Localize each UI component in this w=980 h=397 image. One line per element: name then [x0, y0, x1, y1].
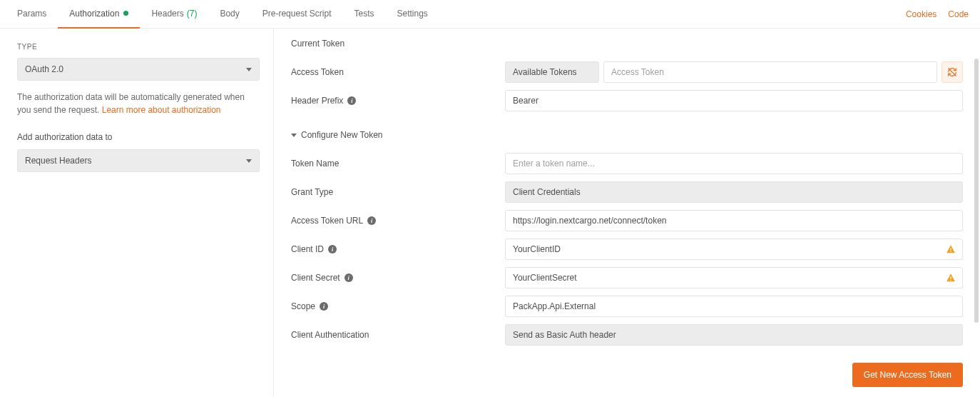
- scope-input[interactable]: [505, 296, 963, 317]
- add-to-value: Request Headers: [25, 156, 91, 166]
- info-icon[interactable]: i: [347, 96, 356, 105]
- grant-type-value: Client Credentials: [513, 187, 581, 197]
- tab-authorization-label: Authorization: [69, 9, 119, 19]
- refresh-token-button[interactable]: [941, 61, 963, 83]
- tab-headers-count: (7): [187, 9, 198, 19]
- access-token-input[interactable]: [603, 61, 937, 83]
- available-tokens-value: Available Tokens: [513, 67, 577, 77]
- client-secret-label-text: Client Secret: [291, 273, 340, 283]
- configure-token-title[interactable]: Configure New Token: [291, 130, 963, 140]
- tab-tests[interactable]: Tests: [342, 0, 385, 29]
- scope-label-text: Scope: [291, 301, 315, 311]
- scope-label: Scope i: [291, 301, 505, 311]
- grant-type-select[interactable]: Client Credentials: [505, 181, 963, 203]
- svg-rect-3: [950, 276, 951, 279]
- client-id-label: Client ID i: [291, 244, 505, 254]
- header-prefix-input[interactable]: [505, 90, 963, 111]
- token-name-row: Token Name: [291, 153, 963, 174]
- client-auth-value: Send as Basic Auth header: [513, 330, 616, 340]
- available-tokens-select[interactable]: Available Tokens: [505, 61, 599, 83]
- grant-type-label: Grant Type: [291, 187, 505, 197]
- chevron-down-icon: [246, 159, 252, 163]
- get-new-access-token-button[interactable]: Get New Access Token: [852, 363, 963, 387]
- tab-headers[interactable]: Headers (7): [140, 0, 208, 29]
- chevron-down-icon: [246, 68, 252, 71]
- client-secret-row: Client Secret i: [291, 267, 963, 288]
- client-secret-input[interactable]: [505, 267, 963, 288]
- request-tabs: Params Authorization Headers (7) Body Pr…: [0, 0, 980, 29]
- client-id-row: Client ID i: [291, 238, 963, 260]
- tab-authorization[interactable]: Authorization: [58, 0, 140, 29]
- client-id-label-text: Client ID: [291, 244, 324, 254]
- info-icon[interactable]: i: [344, 273, 353, 282]
- tab-prerequest[interactable]: Pre-request Script: [251, 0, 343, 29]
- tab-params[interactable]: Params: [6, 0, 58, 29]
- tab-headers-label: Headers: [151, 9, 183, 19]
- tab-body[interactable]: Body: [208, 0, 250, 29]
- auth-main: Current Token Access Token Available Tok…: [274, 29, 980, 397]
- configure-token-label: Configure New Token: [301, 130, 383, 140]
- info-icon[interactable]: i: [328, 245, 337, 253]
- code-link[interactable]: Code: [942, 9, 974, 19]
- auth-type-value: OAuth 2.0: [25, 64, 63, 74]
- cookies-link[interactable]: Cookies: [900, 9, 942, 19]
- scope-row: Scope i: [291, 296, 963, 317]
- auth-sidebar: TYPE OAuth 2.0 The authorization data wi…: [0, 29, 274, 397]
- status-dot-icon: [123, 11, 128, 16]
- auth-type-select[interactable]: OAuth 2.0: [17, 58, 260, 81]
- tab-settings[interactable]: Settings: [386, 0, 439, 29]
- svg-rect-1: [950, 248, 951, 251]
- info-icon[interactable]: i: [320, 302, 328, 311]
- info-icon[interactable]: i: [367, 216, 376, 225]
- add-to-select[interactable]: Request Headers: [17, 149, 260, 172]
- client-auth-row: Client Authentication Send as Basic Auth…: [291, 324, 963, 346]
- client-secret-label: Client Secret i: [291, 273, 505, 283]
- chevron-down-icon: [291, 134, 297, 137]
- auth-description: The authorization data will be automatic…: [17, 91, 260, 116]
- warning-icon: [946, 273, 956, 283]
- header-prefix-label: Header Prefix i: [291, 96, 505, 106]
- token-name-input[interactable]: [505, 153, 963, 174]
- access-token-url-row: Access Token URL i: [291, 210, 963, 231]
- learn-more-link[interactable]: Learn more about authorization: [102, 105, 221, 115]
- grant-type-row: Grant Type Client Credentials: [291, 181, 963, 203]
- client-auth-label: Client Authentication: [291, 330, 505, 340]
- scrollbar[interactable]: [974, 59, 979, 323]
- type-label: TYPE: [17, 43, 256, 51]
- access-token-url-input[interactable]: [505, 210, 963, 231]
- access-token-url-label: Access Token URL i: [291, 216, 505, 226]
- access-token-url-label-text: Access Token URL: [291, 216, 363, 226]
- add-to-label: Add authorization data to: [17, 132, 256, 142]
- access-token-label: Access Token: [291, 67, 505, 77]
- access-token-row: Access Token Available Tokens: [291, 61, 963, 83]
- body-area: TYPE OAuth 2.0 The authorization data wi…: [0, 29, 980, 397]
- current-token-title: Current Token: [291, 39, 963, 49]
- header-prefix-row: Header Prefix i: [291, 90, 963, 111]
- warning-icon: [946, 244, 956, 254]
- svg-rect-4: [950, 280, 951, 281]
- token-name-label: Token Name: [291, 159, 505, 169]
- client-id-input[interactable]: [505, 238, 963, 260]
- svg-rect-2: [950, 251, 951, 252]
- header-prefix-label-text: Header Prefix: [291, 96, 343, 106]
- client-auth-select[interactable]: Send as Basic Auth header: [505, 324, 963, 346]
- refresh-icon: [947, 67, 957, 77]
- tabs-list: Params Authorization Headers (7) Body Pr…: [6, 0, 439, 29]
